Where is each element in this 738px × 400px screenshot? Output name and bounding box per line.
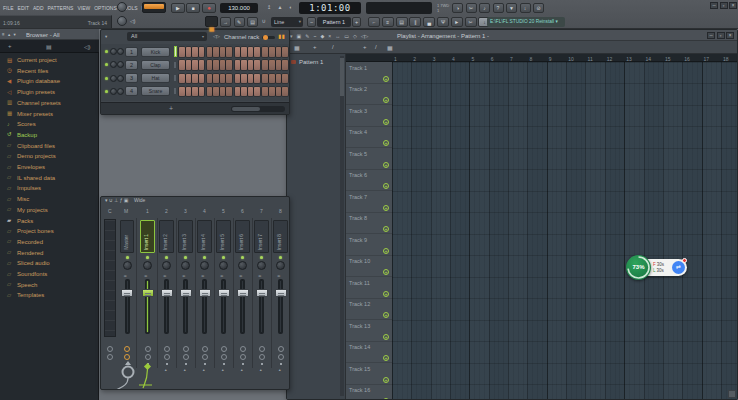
mixer-fader-groove[interactable]	[278, 279, 283, 334]
track-add-icon[interactable]: +	[383, 183, 389, 189]
song-arrow-icon[interactable]: →	[220, 17, 231, 27]
mixer-route-icon[interactable]	[124, 354, 130, 360]
step-cell[interactable]	[220, 47, 226, 57]
mixer-fader-groove[interactable]	[202, 279, 207, 334]
speaker-icon[interactable]: ◁)	[130, 18, 136, 24]
browser-item-scores[interactable]: ♪Scores	[0, 119, 99, 130]
playlist-title-bar[interactable]: ▾▣✎~◆×↔▭◇◁▷ Playlist - Arrangement - Pat…	[287, 30, 737, 41]
channel-filter-dropdown[interactable]: All▾	[127, 32, 207, 41]
step-cell[interactable]	[179, 60, 185, 70]
playlist-track-header-16[interactable]: Track 16+	[346, 385, 392, 400]
mixer-strip-led[interactable]	[203, 256, 206, 259]
channel-mute-led[interactable]	[105, 77, 108, 80]
playlist-track-header-3[interactable]: Track 3+	[346, 105, 392, 127]
step-cell[interactable]	[207, 47, 213, 57]
detach-icon[interactable]: ◁▷	[213, 34, 220, 39]
playlist-track-header-15[interactable]: Track 15+	[346, 363, 392, 385]
browser-item-mixer-presets[interactable]: ▦Mixer presets	[0, 109, 99, 120]
save-icon[interactable]: ▼	[506, 3, 517, 13]
playlist-track-header-10[interactable]: Track 10+	[346, 256, 392, 278]
picker-piano-icon[interactable]: ▦	[294, 44, 300, 51]
browser-item-plugin-presets[interactable]: ◁Plugin presets	[0, 87, 99, 98]
mixer-pan-knob[interactable]	[257, 261, 266, 270]
browser-item-my-projects[interactable]: ▱My projects	[0, 205, 99, 216]
browser-item-envelopes[interactable]: ▱Envelopes	[0, 162, 99, 173]
mixer-strip-label-1[interactable]: Insert 1	[140, 220, 155, 253]
mixer-fx-icon[interactable]	[145, 346, 151, 352]
step-cell[interactable]	[269, 60, 275, 70]
browser-item-project-bones[interactable]: ▱Project bones	[0, 226, 99, 237]
mixer-route-icon[interactable]	[183, 354, 189, 360]
browser-item-plugin-database[interactable]: ◀Plugin database	[0, 76, 99, 87]
playlist-track-header-6[interactable]: Track 6+	[346, 170, 392, 192]
pattern-selector[interactable]: Pattern 1	[317, 17, 351, 27]
piano-view-icon[interactable]: ▦	[387, 44, 393, 51]
browser-item-recorded[interactable]: ▱Recorded	[0, 237, 99, 248]
track-add-icon[interactable]: +	[383, 76, 389, 82]
browser-item-speech[interactable]: ▱Speech	[0, 280, 99, 291]
mixer-strip-label-3[interactable]: Insert 3	[178, 220, 193, 253]
step-cell[interactable]	[276, 60, 282, 70]
step-cell[interactable]	[269, 47, 275, 57]
time-marker-icon[interactable]: ◑	[452, 3, 463, 13]
mixer-pan-knob[interactable]	[276, 261, 285, 270]
block-icon[interactable]: ⊘	[533, 3, 544, 13]
browser-item-backup[interactable]: ↺Backup	[0, 130, 99, 141]
mixer-fader-groove[interactable]	[125, 279, 130, 334]
mixer-fx-icon[interactable]	[221, 346, 227, 352]
track-add-icon[interactable]: +	[383, 291, 389, 297]
mixer-fader-handle[interactable]	[180, 289, 192, 297]
mixer-pan-knob[interactable]	[181, 261, 190, 270]
keyboard-icon[interactable]: ▤	[247, 17, 258, 27]
step-cell[interactable]	[248, 87, 254, 97]
playlist-track-header-5[interactable]: Track 5+	[346, 148, 392, 170]
render-icon[interactable]: ↓	[520, 3, 531, 13]
track-add-icon[interactable]: +	[383, 312, 389, 318]
mixer-strip-led[interactable]	[222, 256, 225, 259]
channel-pan-knob[interactable]	[110, 88, 117, 95]
playlist-track-header-14[interactable]: Track 14+	[346, 342, 392, 364]
playlist-icon[interactable]: ⌐	[368, 17, 380, 27]
picker-item-pattern-1[interactable]: Pattern 1	[287, 57, 341, 67]
mixer-pan-knob[interactable]	[200, 261, 209, 270]
mixer-strip-led[interactable]	[184, 256, 187, 259]
mute-tool-icon[interactable]: ×	[328, 33, 331, 39]
mixer-fader-groove[interactable]	[164, 279, 169, 334]
step-cell[interactable]	[241, 47, 247, 57]
mixer-fx-icon[interactable]	[183, 346, 189, 352]
playlist-close-button[interactable]: ×	[726, 32, 734, 39]
channel-rack-scrollbar[interactable]	[231, 106, 285, 112]
mixer-fx-icon[interactable]	[202, 346, 208, 352]
step-cell[interactable]	[241, 87, 247, 97]
step-cell[interactable]	[220, 60, 226, 70]
minimize-button[interactable]: ─	[710, 2, 718, 9]
step-cell[interactable]	[213, 60, 219, 70]
step-cell[interactable]	[262, 47, 268, 57]
track-add-icon[interactable]: +	[383, 398, 389, 399]
channel-name-button[interactable]: Hat	[141, 73, 170, 83]
picker-scrollbar[interactable]	[340, 56, 344, 396]
mixer-fader-groove[interactable]	[259, 279, 264, 334]
step-cell[interactable]	[179, 87, 185, 97]
piano-roll-icon[interactable]: ≡	[382, 17, 394, 27]
step-cell[interactable]	[269, 87, 275, 97]
mixer-strip-label-7[interactable]: Insert 7	[254, 220, 269, 253]
step-cell[interactable]	[199, 87, 205, 97]
mixer-fader-groove[interactable]	[221, 279, 226, 334]
channel-select-indicator[interactable]	[174, 46, 177, 57]
mixer-route-icon[interactable]	[259, 354, 265, 360]
typing-to-piano-icon[interactable]: ↥	[265, 4, 273, 10]
picker-slope-icon[interactable]: /	[332, 44, 334, 50]
mixer-fader-handle[interactable]	[161, 289, 173, 297]
mixer-fader-groove[interactable]	[145, 279, 150, 334]
menu-item-file[interactable]: FILE	[3, 5, 14, 11]
mixer-fx-icon[interactable]	[124, 346, 130, 352]
track-add-icon[interactable]: +	[383, 97, 389, 103]
mixer-strip-label-2[interactable]: Insert 2	[159, 220, 174, 253]
mixer-route-icon[interactable]	[278, 354, 284, 360]
browser-item-il-shared-data[interactable]: ▱IL shared data	[0, 173, 99, 184]
close-button[interactable]: ×	[729, 2, 737, 9]
time-display[interactable]: 1:01:00	[299, 2, 361, 14]
select-tool-icon[interactable]: ▭	[344, 33, 349, 39]
track-add-icon[interactable]: +	[383, 377, 389, 383]
